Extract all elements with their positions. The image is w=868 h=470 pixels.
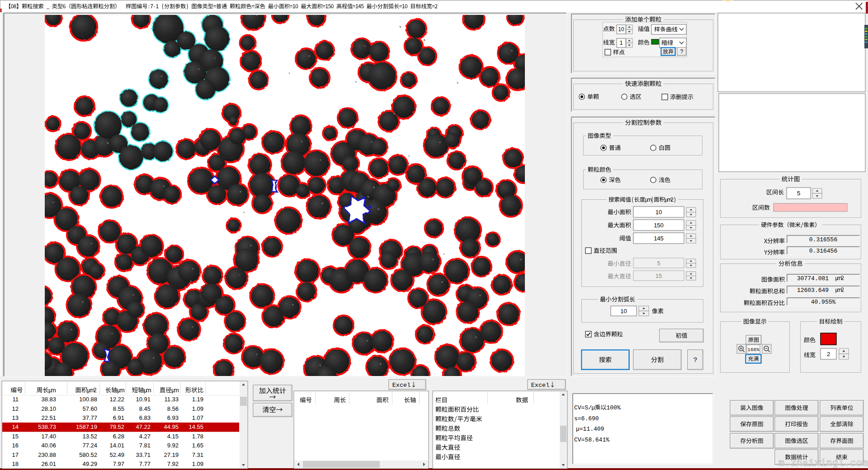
svg-text:44.95: 44.95: [164, 423, 179, 430]
svg-text:100.88: 100.88: [79, 396, 97, 403]
svg-text:0.316456: 0.316456: [809, 248, 837, 254]
svg-text:4.27: 4.27: [139, 433, 151, 440]
svg-text:4.15: 4.15: [167, 433, 179, 440]
svg-text:17.40: 17.40: [41, 433, 56, 440]
svg-text:40.955%: 40.955%: [811, 299, 836, 306]
svg-text:6.91: 6.91: [113, 414, 124, 421]
svg-text:77.24: 77.24: [82, 442, 97, 449]
svg-text:1.07: 1.07: [192, 414, 203, 421]
svg-text:6.28: 6.28: [113, 433, 124, 440]
svg-text:166%: 166%: [747, 347, 760, 352]
svg-text:μ=11.409: μ=11.409: [576, 426, 604, 432]
svg-text:14.01: 14.01: [109, 442, 124, 449]
svg-text:57.60: 57.60: [82, 405, 97, 412]
svg-text:10.91: 10.91: [136, 396, 151, 403]
svg-text:49.29: 49.29: [82, 461, 97, 467]
svg-text:7.92: 7.92: [167, 461, 179, 467]
svg-text:12: 12: [12, 405, 19, 412]
svg-text:79.52: 79.52: [109, 423, 124, 430]
svg-text:?: ?: [680, 49, 683, 55]
svg-text:15: 15: [12, 433, 19, 440]
svg-text:12603.649: 12603.649: [797, 287, 829, 294]
svg-text:?: ?: [693, 357, 697, 364]
svg-text:15: 15: [656, 273, 662, 279]
svg-text:s=6.690: s=6.690: [574, 415, 599, 422]
svg-text:150: 150: [654, 222, 664, 229]
svg-text:33.71: 33.71: [136, 451, 151, 458]
svg-text:1.09: 1.09: [192, 461, 203, 467]
svg-text:26.01: 26.01: [41, 461, 56, 467]
svg-text:6.83: 6.83: [139, 414, 151, 421]
svg-text:17: 17: [12, 451, 19, 458]
svg-text:13.52: 13.52: [82, 433, 97, 440]
svg-text:11.33: 11.33: [164, 396, 179, 403]
svg-text:9.92: 9.92: [167, 442, 179, 449]
svg-text:40.06: 40.06: [41, 442, 56, 449]
svg-text:1.65: 1.65: [192, 442, 203, 449]
svg-text:47.22: 47.22: [136, 423, 151, 430]
svg-text:1: 1: [620, 40, 623, 46]
svg-text:16: 16: [12, 442, 19, 449]
svg-text:12.22: 12.22: [109, 396, 124, 403]
svg-text:145: 145: [654, 235, 664, 242]
svg-text:7.31: 7.31: [192, 451, 203, 458]
svg-text:27.19: 27.19: [164, 451, 179, 458]
svg-text:18: 18: [12, 461, 19, 467]
svg-text:22.51: 22.51: [41, 414, 56, 421]
svg-text:10: 10: [618, 26, 624, 33]
svg-text:1.78: 1.78: [192, 433, 203, 440]
svg-text:11: 11: [13, 396, 19, 403]
svg-text:0.316556: 0.316556: [809, 236, 837, 243]
svg-text:7.81: 7.81: [139, 442, 151, 449]
svg-text:580.52: 580.52: [79, 451, 97, 458]
svg-text:14: 14: [12, 423, 19, 430]
svg-text:6.93: 6.93: [167, 414, 179, 421]
svg-text:8.56: 8.56: [167, 405, 179, 412]
svg-text:52.49: 52.49: [109, 451, 124, 458]
svg-text:10: 10: [620, 308, 627, 315]
svg-text:28.10: 28.10: [41, 405, 56, 412]
svg-text:13: 13: [12, 414, 19, 421]
svg-text:8.45: 8.45: [139, 405, 151, 412]
svg-text:38.83: 38.83: [41, 396, 56, 403]
svg-text:30774.081: 30774.081: [797, 275, 829, 282]
svg-text:1587.19: 1587.19: [76, 423, 97, 430]
svg-text:7.97: 7.97: [113, 461, 124, 467]
svg-text:2: 2: [827, 351, 830, 357]
svg-text:Excel: Excel: [392, 382, 411, 389]
svg-text:100%: 100%: [607, 404, 621, 411]
svg-text:1.19: 1.19: [192, 396, 203, 403]
svg-text:5: 5: [657, 260, 660, 267]
svg-text:10: 10: [656, 209, 662, 216]
svg-text:14.55: 14.55: [189, 423, 203, 430]
svg-text:230.88: 230.88: [38, 451, 56, 458]
svg-text:7.77: 7.77: [139, 461, 151, 467]
svg-text:CV=58.641%: CV=58.641%: [574, 437, 609, 443]
svg-text:m.zhaixingl.com: m.zhaixingl.com: [778, 458, 868, 469]
svg-text:8.55: 8.55: [113, 405, 124, 412]
svg-text:37.77: 37.77: [82, 414, 97, 421]
svg-text:Excel: Excel: [531, 382, 550, 389]
svg-text:1.09: 1.09: [192, 405, 203, 412]
svg-text:5: 5: [797, 190, 800, 197]
svg-text:CV=S/: CV=S/: [574, 404, 592, 411]
svg-text:538.73: 538.73: [38, 423, 56, 430]
